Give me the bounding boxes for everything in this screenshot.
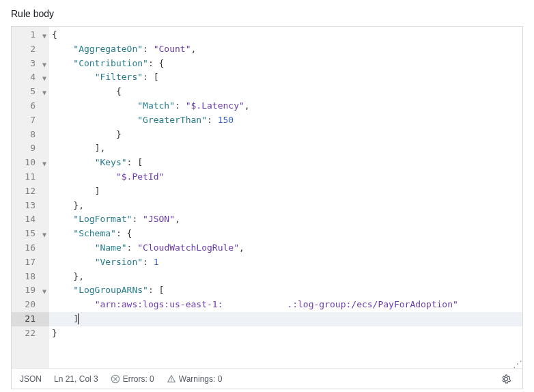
code-line[interactable]: { [49, 85, 522, 99]
line-number: 2 [12, 42, 49, 57]
code-line[interactable]: "Keys": [ [49, 156, 522, 170]
code-line[interactable]: "Version": 1 [49, 255, 522, 270]
line-number: 6 [12, 99, 49, 113]
errors-text: Errors: 0 [123, 374, 154, 384]
line-number: 12 [12, 184, 49, 199]
code-line[interactable]: "Contribution": { [49, 57, 522, 71]
line-number: 9 [12, 141, 49, 156]
warnings-indicator[interactable]: Warnings: 0 [167, 374, 223, 384]
fold-icon[interactable]: ▼ [42, 58, 46, 72]
line-number: 22 [12, 326, 49, 341]
fold-icon[interactable]: ▼ [42, 285, 46, 299]
code-line[interactable]: "Filters": [ [49, 70, 522, 85]
settings-button[interactable] [498, 371, 514, 387]
code-line[interactable]: }, [49, 199, 522, 213]
line-number: 10▼ [12, 156, 49, 170]
svg-point-4 [171, 380, 171, 381]
errors-indicator[interactable]: Errors: 0 [111, 374, 154, 384]
warning-icon [167, 374, 176, 384]
code-line[interactable]: } [49, 128, 522, 142]
code-area[interactable]: { "AggregateOn": "Count", "Contribution"… [49, 27, 522, 368]
line-number: 14 [12, 212, 49, 227]
code-editor: 1▼23▼4▼5▼678910▼1112131415▼16171819▼2021… [11, 26, 523, 389]
line-number: 16 [12, 241, 49, 255]
line-number: 15▼ [12, 227, 49, 241]
line-number-gutter: 1▼23▼4▼5▼678910▼1112131415▼16171819▼2021… [12, 27, 49, 368]
line-number: 13 [12, 199, 49, 213]
code-line[interactable]: "Schema": { [49, 227, 522, 241]
line-number: 5▼ [12, 85, 49, 99]
line-number: 4▼ [12, 70, 49, 85]
code-line[interactable]: ] [49, 312, 522, 326]
line-number: 18 [12, 270, 49, 284]
fold-icon[interactable]: ▼ [42, 157, 46, 171]
line-number: 20 [12, 298, 49, 312]
code-line[interactable]: "AggregateOn": "Count", [49, 42, 522, 57]
cursor-position: Ln 21, Col 3 [54, 374, 98, 384]
line-number: 1▼ [12, 28, 49, 42]
line-number: 19▼ [12, 283, 49, 298]
code-line[interactable]: "GreaterThan": 150 [49, 113, 522, 128]
code-line[interactable]: "LogGroupARNs": [ [49, 283, 522, 298]
language-indicator[interactable]: JSON [20, 374, 42, 384]
rule-body-label: Rule body [11, 8, 523, 19]
code-line[interactable]: } [49, 326, 522, 341]
fold-icon[interactable]: ▼ [42, 86, 46, 100]
line-number: 17 [12, 255, 49, 270]
code-line[interactable]: "LogFormat": "JSON", [49, 212, 522, 227]
warnings-text: Warnings: 0 [179, 374, 223, 384]
code-line[interactable]: "Match": "$.Latency", [49, 99, 522, 113]
line-number: 3▼ [12, 57, 49, 71]
fold-icon[interactable]: ▼ [42, 228, 46, 242]
code-line[interactable]: { [49, 28, 522, 42]
line-number: 8 [12, 128, 49, 142]
code-line[interactable]: "$.PetId" [49, 170, 522, 184]
code-line[interactable]: }, [49, 270, 522, 284]
gear-icon [501, 374, 511, 384]
code-line[interactable]: "arn:aws:logs:us-east-1: .:log-group:/ec… [49, 298, 522, 312]
line-number: 7 [12, 113, 49, 128]
error-icon [111, 374, 120, 384]
line-number: 11 [12, 170, 49, 184]
fold-icon[interactable]: ▼ [42, 72, 46, 86]
status-bar: JSON Ln 21, Col 3 Errors: 0 Warnings: 0 [12, 368, 522, 389]
code-line[interactable]: "Name": "CloudWatchLogRule", [49, 241, 522, 255]
fold-icon[interactable]: ▼ [42, 29, 46, 44]
code-line[interactable]: ] [49, 184, 522, 199]
line-number: 21 [12, 312, 49, 326]
code-line[interactable]: ], [49, 141, 522, 156]
